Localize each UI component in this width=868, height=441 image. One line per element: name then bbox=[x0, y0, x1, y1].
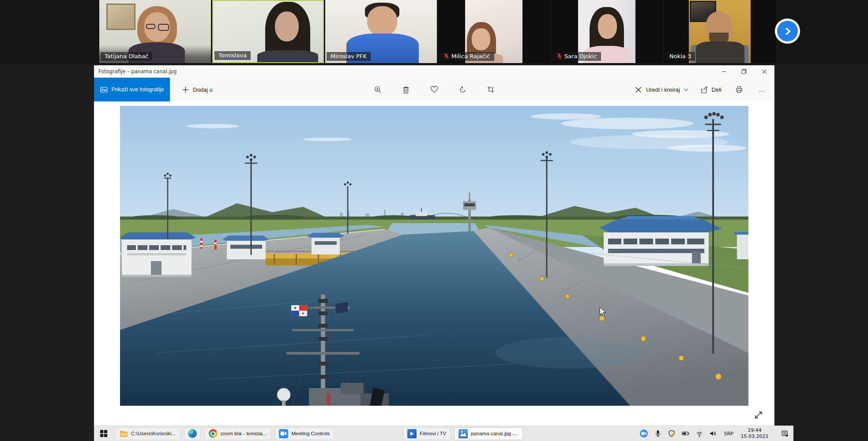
participant-tile[interactable]: Nokia 3 bbox=[664, 0, 776, 63]
expand-arrows-icon bbox=[753, 410, 764, 420]
window-titlebar: Fotografije – panama canal.jpg bbox=[94, 65, 774, 78]
participant-name: Nokia 3 bbox=[669, 53, 691, 60]
share-button[interactable]: Deli bbox=[700, 86, 721, 93]
taskbar-photos-button[interactable]: panama canal.jpg -... bbox=[454, 427, 522, 440]
taskbar-clock[interactable]: 19:44 15.03.2021 bbox=[740, 427, 769, 440]
participant-tile[interactable]: Milica Rajačić bbox=[438, 0, 550, 63]
share-icon bbox=[700, 86, 708, 93]
participant-name: Sara Djokic bbox=[564, 53, 597, 60]
speaker-icon bbox=[710, 430, 717, 437]
printer-icon bbox=[735, 86, 743, 93]
chevron-down-icon bbox=[684, 88, 688, 91]
fullscreen-expand-button[interactable] bbox=[752, 409, 765, 422]
close-button[interactable] bbox=[754, 65, 774, 78]
taskbar-chrome-label: zoom link - tomisla... bbox=[221, 431, 267, 436]
heart-icon bbox=[430, 86, 438, 93]
participant-tile[interactable]: Miroslav PFK bbox=[325, 0, 437, 63]
edit-create-button[interactable]: Uredi i kreiraj bbox=[635, 86, 688, 93]
more-button[interactable]: … bbox=[757, 86, 767, 93]
tray-zoom-button[interactable] bbox=[639, 429, 648, 438]
tray-wifi-button[interactable] bbox=[695, 430, 703, 437]
participant-name-tag: Milica Rajačić bbox=[440, 52, 494, 61]
taskbar-movies-label: Filmovi i TV bbox=[420, 431, 446, 436]
participant-video bbox=[689, 0, 751, 63]
taskbar-chrome-button[interactable]: zoom link - tomisla... bbox=[204, 427, 271, 440]
participant-name: Tomislava bbox=[218, 52, 247, 59]
see-all-photos-button[interactable]: Prikaži sve fotografije bbox=[94, 78, 170, 101]
wifi-icon bbox=[696, 430, 703, 437]
taskbar-movies-button[interactable]: Filmovi i TV bbox=[403, 427, 451, 440]
delete-button[interactable] bbox=[401, 84, 411, 95]
edit-create-label: Uredi i kreiraj bbox=[646, 86, 680, 93]
language-indicator[interactable]: SRP bbox=[723, 431, 735, 437]
panama-canal-photo bbox=[120, 106, 748, 406]
print-button[interactable] bbox=[733, 84, 745, 95]
action-center-button[interactable] bbox=[781, 430, 789, 437]
microphone-icon bbox=[654, 430, 661, 437]
rotate-icon bbox=[459, 86, 466, 93]
gallery-next-page-button[interactable] bbox=[775, 19, 800, 44]
window-title: Fotografije – panama canal.jpg bbox=[94, 68, 714, 75]
tray-battery-button[interactable] bbox=[681, 430, 690, 437]
photos-icon bbox=[100, 86, 108, 93]
favorite-button[interactable] bbox=[428, 84, 440, 95]
plus-icon bbox=[182, 86, 189, 93]
participant-name: Miroslav PFK bbox=[331, 53, 367, 60]
participant-name: Tatijana Dlabač bbox=[105, 53, 148, 60]
muted-mic-icon bbox=[443, 53, 449, 60]
participant-tile[interactable]: Sara Djokic bbox=[551, 0, 663, 63]
participant-tile[interactable]: Tatijana Dlabač bbox=[99, 0, 211, 63]
participant-name: Milica Rajačić bbox=[451, 53, 490, 60]
battery-icon bbox=[682, 430, 689, 437]
participant-name-tag: Sara Djokic bbox=[552, 52, 601, 61]
restore-icon bbox=[741, 69, 747, 74]
participant-name-tag: Tatijana Dlabač bbox=[101, 52, 152, 61]
taskbar-photos-label: panama canal.jpg -... bbox=[471, 431, 518, 436]
clock-date: 15.03.2021 bbox=[740, 434, 769, 440]
movies-tv-icon bbox=[407, 429, 417, 438]
minimize-button[interactable] bbox=[714, 65, 734, 78]
minimize-icon bbox=[721, 69, 726, 74]
see-all-photos-label: Prikaži sve fotografije bbox=[112, 86, 164, 93]
participant-name-tag: Tomislava bbox=[214, 51, 251, 60]
desktop-background: Tatijana Dlabač Tomislava Miroslav PFK bbox=[0, 0, 868, 441]
folder-icon bbox=[120, 430, 128, 437]
zoom-app-icon bbox=[279, 429, 288, 438]
chevron-right-icon bbox=[777, 21, 798, 41]
participant-name-tag: Nokia 3 bbox=[665, 52, 695, 61]
photos-toolbar: Prikaži sve fotografije Dodaj u bbox=[94, 78, 774, 101]
tray-security-button[interactable] bbox=[668, 430, 676, 437]
taskbar-zoom-label: Meeting Controls bbox=[291, 431, 330, 436]
magnifier-icon bbox=[374, 86, 382, 93]
windows-logo-icon bbox=[100, 430, 107, 437]
crop-icon bbox=[487, 86, 494, 93]
add-to-button[interactable]: Dodaj u bbox=[178, 78, 217, 101]
taskbar-zoom-button[interactable]: Meeting Controls bbox=[274, 427, 334, 440]
toolbar-right-tools: Uredi i kreiraj Deli bbox=[635, 84, 767, 95]
taskbar: C:\Users\Korisnik\... zoom link - tomisl… bbox=[94, 426, 793, 441]
taskbar-file-explorer-button[interactable]: C:\Users\Korisnik\... bbox=[115, 427, 180, 440]
zoom-tray-icon bbox=[640, 430, 648, 437]
restore-button[interactable] bbox=[734, 65, 754, 78]
clock-time: 19:44 bbox=[740, 427, 769, 434]
participant-tile-active-speaker[interactable]: Tomislava bbox=[212, 0, 324, 63]
photos-app-icon bbox=[458, 429, 468, 438]
toolbar-center-tools bbox=[372, 84, 496, 95]
trash-icon bbox=[402, 86, 410, 93]
tray-microphone-button[interactable] bbox=[654, 430, 662, 437]
tray-volume-button[interactable] bbox=[709, 430, 717, 437]
zoom-gallery-strip: Tatijana Dlabač Tomislava Miroslav PFK bbox=[0, 0, 868, 64]
zoom-in-button[interactable] bbox=[372, 84, 383, 95]
photos-app-window: Fotografije – panama canal.jpg bbox=[94, 65, 774, 423]
taskbar-edge-button[interactable] bbox=[184, 427, 201, 440]
ellipsis-icon: … bbox=[759, 88, 766, 91]
share-label: Deli bbox=[712, 86, 721, 93]
start-button[interactable] bbox=[94, 426, 113, 441]
rotate-button[interactable] bbox=[457, 84, 468, 95]
system-tray: SRP 19:44 15.03.2021 bbox=[639, 427, 793, 440]
action-center-icon bbox=[781, 430, 789, 437]
taskbar-file-explorer-label: C:\Users\Korisnik\... bbox=[131, 431, 176, 436]
crop-button[interactable] bbox=[485, 84, 496, 95]
chrome-icon bbox=[209, 429, 218, 438]
add-to-label: Dodaj u bbox=[193, 86, 213, 93]
